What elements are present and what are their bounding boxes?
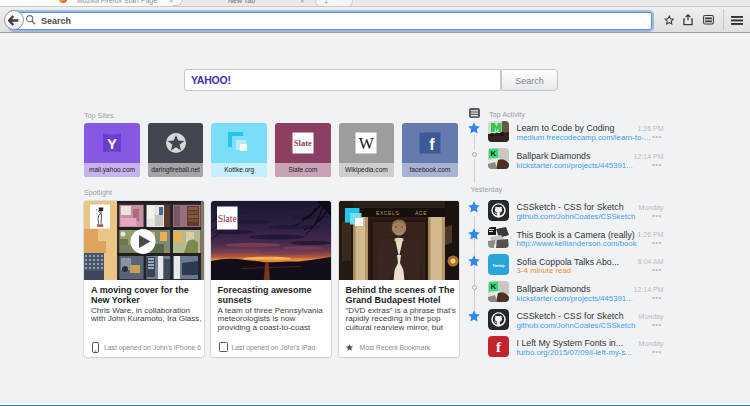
svg-text:K: K [491, 150, 497, 159]
svg-text:Y: Y [107, 134, 117, 151]
svg-text:ACE: ACE [415, 210, 427, 216]
svg-text:Variety: Variety [492, 263, 504, 268]
svg-text:EXCELS: EXCELS [376, 210, 399, 216]
svg-text:Slate: Slate [217, 213, 236, 223]
svg-text:K: K [491, 283, 497, 292]
